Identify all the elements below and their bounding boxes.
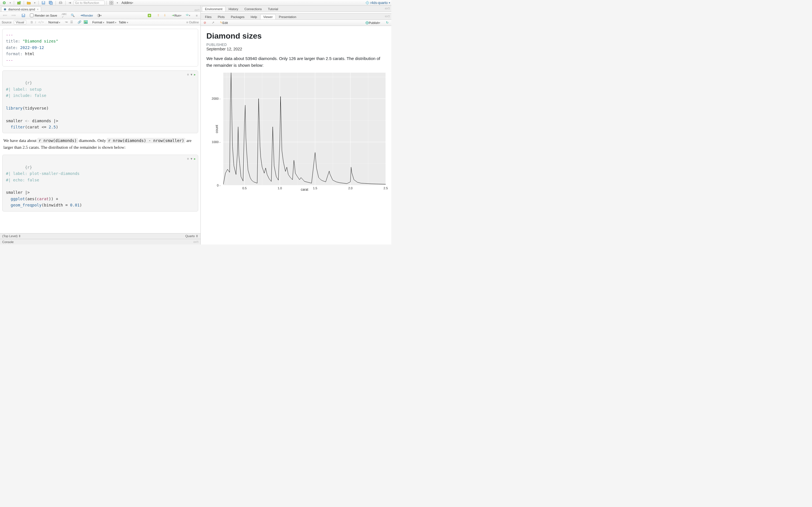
- image-button[interactable]: [84, 20, 88, 24]
- prose-paragraph[interactable]: We have data about r nrow(diamonds) diam…: [3, 137, 197, 151]
- published-label: PUBLISHED: [206, 43, 386, 47]
- run-above-icon[interactable]: ▼: [191, 72, 192, 77]
- svg-rect-9: [110, 1, 111, 3]
- forward-icon[interactable]: ⟹: [10, 13, 17, 17]
- run-button[interactable]: ➜ Run: [170, 13, 183, 17]
- go-prev-chunk-icon[interactable]: ⇧: [156, 13, 161, 17]
- find-icon[interactable]: 🔍: [70, 13, 76, 17]
- code-chunk-setup[interactable]: ⚙ ▼ ▶ {r} #| label: setup #| include: fa…: [2, 70, 198, 133]
- file-tab[interactable]: ◉ diamond-sizes.qmd ×: [1, 6, 41, 11]
- numbered-list-button[interactable]: ☰: [70, 20, 73, 24]
- render-button[interactable]: ➜ Render: [79, 13, 94, 17]
- inline-code: r nrow(diamonds): [38, 138, 78, 143]
- tab-connections[interactable]: Connections: [241, 6, 265, 11]
- insert-chunk-icon[interactable]: [146, 13, 153, 18]
- chart-ylabel: count: [215, 125, 219, 133]
- addins-dropdown[interactable]: Addins: [120, 1, 135, 5]
- maximize-env-icon[interactable]: □: [388, 7, 390, 10]
- source-tab[interactable]: Source: [2, 20, 11, 24]
- minimize-viewer-icon[interactable]: ▭: [385, 15, 388, 18]
- right-top-tabs: Environment History Connections Tutorial…: [201, 6, 391, 12]
- insert-dropdown[interactable]: Insert: [107, 20, 116, 24]
- editor-body[interactable]: --- title: "Diamond sizes" date: 2022-09…: [0, 25, 200, 233]
- close-tab-icon[interactable]: ×: [37, 8, 38, 11]
- tab-history[interactable]: History: [225, 6, 241, 11]
- new-file-icon[interactable]: [1, 1, 7, 5]
- run-chunk-icon[interactable]: ▶: [194, 72, 196, 77]
- new-file-dropdown[interactable]: [8, 1, 12, 4]
- tab-environment[interactable]: Environment: [202, 6, 225, 11]
- code-button[interactable]: </>: [38, 20, 44, 24]
- maximize-viewer-icon[interactable]: □: [388, 15, 390, 18]
- edit-button[interactable]: ✎ Edit: [219, 20, 229, 25]
- svg-rect-14: [22, 14, 24, 15]
- italic-button[interactable]: I: [35, 20, 36, 24]
- refresh-icon[interactable]: ↻: [385, 20, 390, 25]
- render-on-save-toggle[interactable]: Render on Save: [30, 13, 57, 17]
- svg-point-18: [85, 21, 86, 22]
- remove-icon[interactable]: ⊘: [202, 20, 207, 25]
- visual-tab[interactable]: Visual: [14, 20, 26, 24]
- doc-title: Diamond sizes: [206, 32, 386, 41]
- spellcheck-icon[interactable]: ABC✓: [61, 12, 68, 18]
- tab-tutorial[interactable]: Tutorial: [265, 6, 281, 11]
- project-menu[interactable]: r4ds-quarto ▾: [365, 1, 390, 5]
- code-chunk-plot[interactable]: ⚙ ▼ ▶ {r} #| label: plot-smaller-diamond…: [2, 155, 198, 211]
- goto-icon[interactable]: ➜: [67, 1, 72, 5]
- svg-rect-20: [223, 73, 386, 185]
- chunk-output-dropdown[interactable]: [185, 13, 192, 17]
- run-above-icon[interactable]: ▼: [191, 157, 192, 161]
- save-icon[interactable]: [40, 1, 47, 5]
- chunk-options-icon[interactable]: ⚙: [187, 157, 189, 161]
- yaml-block[interactable]: --- title: "Diamond sizes" date: 2022-09…: [2, 29, 198, 66]
- tab-packages[interactable]: Packages: [228, 14, 248, 19]
- freqpoly-chart: count carat 0 -1000 -2000 -0.51.01.52.02…: [223, 73, 386, 185]
- popout-icon[interactable]: ↗: [211, 20, 215, 25]
- open-file-icon[interactable]: [26, 1, 32, 5]
- tab-files[interactable]: Files: [202, 14, 214, 19]
- scope-selector[interactable]: (Top Level) ⇕: [2, 234, 21, 238]
- svg-rect-11: [110, 3, 111, 4]
- tab-viewer[interactable]: Viewer: [260, 14, 276, 19]
- table-dropdown[interactable]: Table: [119, 20, 128, 24]
- new-project-icon[interactable]: [16, 1, 22, 5]
- panes-icon[interactable]: [108, 1, 114, 5]
- minimize-pane-icon[interactable]: ▭: [195, 8, 197, 11]
- back-icon[interactable]: ⟸: [2, 13, 8, 17]
- project-icon: [365, 1, 369, 5]
- go-next-chunk-icon[interactable]: ⇩: [162, 13, 167, 17]
- tab-plots[interactable]: Plots: [214, 14, 227, 19]
- run-chunk-icon[interactable]: ▶: [194, 157, 196, 161]
- link-button[interactable]: 🔗: [78, 20, 82, 24]
- svg-rect-6: [50, 2, 52, 4]
- console-tab[interactable]: Console ▭ □: [0, 239, 200, 244]
- viewer-toolbar: ⊘ ↗ ✎ Edit Publish ↻: [201, 20, 391, 26]
- viewer-body: Diamond sizes PUBLISHED September 12, 20…: [201, 26, 391, 244]
- save-file-icon[interactable]: [20, 13, 27, 18]
- panes-dropdown[interactable]: [116, 1, 119, 4]
- goto-input[interactable]: Go to file/function: [73, 1, 105, 5]
- chunk-options-icon[interactable]: ⚙: [187, 72, 189, 77]
- doc-text: We have data about 53940 diamonds. Only …: [206, 55, 386, 69]
- app-toolbar: ➜ Go to file/function Addins r4ds-quarto…: [0, 0, 391, 6]
- maximize-console-icon[interactable]: □: [197, 240, 198, 243]
- style-dropdown[interactable]: Normal: [49, 20, 61, 24]
- format-dropdown[interactable]: Format: [92, 20, 104, 24]
- publish-button[interactable]: Publish: [364, 21, 382, 25]
- bullet-list-button[interactable]: ≔: [65, 20, 68, 24]
- render-options-dropdown[interactable]: [96, 13, 103, 17]
- tab-presentation[interactable]: Presentation: [276, 14, 299, 19]
- tab-help[interactable]: Help: [248, 14, 260, 19]
- lang-selector[interactable]: Quarto ⇕: [185, 234, 198, 238]
- svg-rect-12: [112, 3, 113, 4]
- print-icon[interactable]: [57, 1, 64, 5]
- chart-xlabel: carat: [301, 187, 308, 191]
- minimize-console-icon[interactable]: ▭: [193, 240, 196, 243]
- maximize-pane-icon[interactable]: □: [198, 8, 199, 11]
- open-recent-dropdown[interactable]: [33, 1, 37, 4]
- outline-button[interactable]: ≡ Outline: [186, 20, 199, 24]
- minimize-env-icon[interactable]: ▭: [385, 7, 388, 10]
- collapse-all-icon[interactable]: ≡: [195, 13, 199, 17]
- bold-button[interactable]: B: [31, 20, 33, 24]
- save-all-icon[interactable]: [48, 1, 54, 5]
